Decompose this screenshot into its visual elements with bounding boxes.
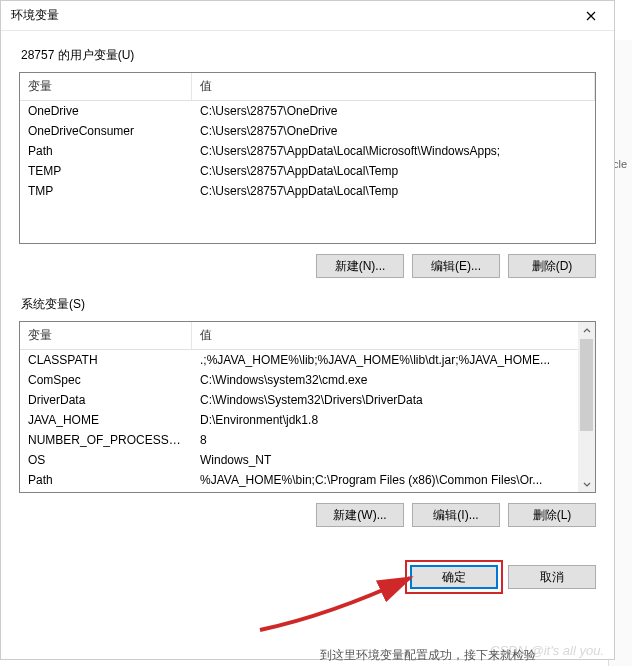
cell-val: C:\Users\28757\AppData\Local\Temp [192,161,595,181]
chevron-down-icon [583,480,591,488]
table-row[interactable]: OneDriveC:\Users\28757\OneDrive [20,101,595,121]
cell-var: ComSpec [20,370,192,390]
outer-fragment: cle [613,158,627,170]
ok-button[interactable]: 确定 [410,565,498,589]
scroll-thumb[interactable] [580,339,593,431]
cell-var: OneDriveConsumer [20,121,192,141]
dialog-title: 环境变量 [11,7,570,24]
cell-val: .;%JAVA_HOME%\lib;%JAVA_HOME%\lib\dt.jar… [192,350,595,370]
table-row[interactable]: JAVA_HOMED:\Environment\jdk1.8 [20,410,595,430]
user-delete-button[interactable]: 删除(D) [508,254,596,278]
system-new-button[interactable]: 新建(W)... [316,503,404,527]
cell-val: 8 [192,430,595,450]
user-vars-table[interactable]: 变量 值 OneDriveC:\Users\28757\OneDrive One… [19,72,596,244]
cell-var: Path [20,141,192,161]
system-delete-button[interactable]: 删除(L) [508,503,596,527]
table-row[interactable]: CLASSPATH.;%JAVA_HOME%\lib;%JAVA_HOME%\l… [20,350,595,370]
scroll-track[interactable] [578,339,595,475]
col-var-header[interactable]: 变量 [20,322,192,349]
cell-val: C:\Windows\System32\Drivers\DriverData [192,390,595,410]
cell-val: C:\Users\28757\AppData\Local\Temp [192,181,595,201]
user-vars-body: OneDriveC:\Users\28757\OneDrive OneDrive… [20,101,595,245]
cell-var: OneDrive [20,101,192,121]
col-val-header[interactable]: 值 [192,322,595,349]
cell-var: Path [20,470,192,490]
user-buttons-row: 新建(N)... 编辑(E)... 删除(D) [19,254,596,278]
system-vars-group: 系统变量(S) 变量 值 CLASSPATH.;%JAVA_HOME%\lib;… [19,296,596,527]
cell-val: %JAVA_HOME%\bin;C:\Program Files (x86)\C… [192,470,595,490]
table-row[interactable]: OneDriveConsumerC:\Users\28757\OneDrive [20,121,595,141]
dialog-buttons: 确定 取消 [1,557,614,603]
user-edit-button[interactable]: 编辑(E)... [412,254,500,278]
user-vars-group: 28757 的用户变量(U) 变量 值 OneDriveC:\Users\287… [19,47,596,278]
chevron-up-icon [583,327,591,335]
cell-val: C:\Users\28757\AppData\Local\Microsoft\W… [192,141,595,161]
table-row[interactable]: OSWindows_NT [20,450,595,470]
system-vars-body: CLASSPATH.;%JAVA_HOME%\lib;%JAVA_HOME%\l… [20,350,595,494]
titlebar: 环境变量 [1,1,614,31]
table-row[interactable]: TEMPC:\Users\28757\AppData\Local\Temp [20,161,595,181]
env-vars-dialog: 环境变量 28757 的用户变量(U) 变量 值 OneDriveC:\User… [0,0,615,660]
cell-val: C:\Windows\system32\cmd.exe [192,370,595,390]
cell-var: NUMBER_OF_PROCESSORS [20,430,192,450]
system-edit-button[interactable]: 编辑(I)... [412,503,500,527]
col-var-header[interactable]: 变量 [20,73,192,100]
cell-var: DriverData [20,390,192,410]
cell-var: OS [20,450,192,470]
user-new-button[interactable]: 新建(N)... [316,254,404,278]
table-header: 变量 值 [20,73,595,101]
scroll-up-button[interactable] [578,322,595,339]
system-vars-table[interactable]: 变量 值 CLASSPATH.;%JAVA_HOME%\lib;%JAVA_HO… [19,321,596,493]
cell-val: C:\Users\28757\OneDrive [192,101,595,121]
col-val-header[interactable]: 值 [192,73,595,100]
system-buttons-row: 新建(W)... 编辑(I)... 删除(L) [19,503,596,527]
system-vars-label: 系统变量(S) [21,296,596,313]
cell-val: Windows_NT [192,450,595,470]
footer-text: 到这里环境变量配置成功，接下来就检验 [320,647,536,664]
table-header: 变量 值 [20,322,595,350]
cell-var: TMP [20,181,192,201]
table-row[interactable]: DriverDataC:\Windows\System32\Drivers\Dr… [20,390,595,410]
scroll-down-button[interactable] [578,475,595,492]
table-row[interactable]: Path%JAVA_HOME%\bin;C:\Program Files (x8… [20,470,595,490]
close-icon [586,11,596,21]
cell-var: CLASSPATH [20,350,192,370]
scrollbar[interactable] [578,322,595,492]
user-vars-label: 28757 的用户变量(U) [21,47,596,64]
cell-var: JAVA_HOME [20,410,192,430]
cancel-button[interactable]: 取消 [508,565,596,589]
table-row[interactable]: ComSpecC:\Windows\system32\cmd.exe [20,370,595,390]
table-row[interactable]: TMPC:\Users\28757\AppData\Local\Temp [20,181,595,201]
cell-val: D:\Environment\jdk1.8 [192,410,595,430]
close-button[interactable] [570,2,612,30]
cell-val: C:\Users\28757\OneDrive [192,121,595,141]
cell-var: TEMP [20,161,192,181]
table-row[interactable]: NUMBER_OF_PROCESSORS8 [20,430,595,450]
table-row[interactable]: PathC:\Users\28757\AppData\Local\Microso… [20,141,595,161]
